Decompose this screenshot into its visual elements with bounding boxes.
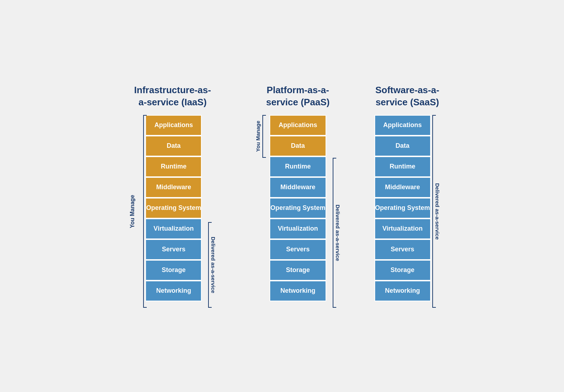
- saas-stack: Applications Data Runtime Middleware Ope…: [374, 115, 431, 308]
- paas-servers: Servers: [270, 239, 326, 260]
- paas-delivered-label: Delivered as-a-service: [335, 205, 341, 261]
- iaas-delivered-bracket: Delivered as-a-service: [202, 115, 221, 308]
- saas-column: Software-as-a-service (SaaS) Application…: [374, 84, 440, 308]
- paas-os: Operating System: [270, 198, 326, 218]
- paas-stack: Applications Data Runtime Middleware Ope…: [270, 115, 326, 308]
- iaas-you-manage-bracket-line: [143, 115, 144, 308]
- saas-networking: Networking: [374, 281, 431, 301]
- iaas-storage: Storage: [145, 260, 202, 281]
- paas-middleware: Middleware: [270, 177, 326, 198]
- paas-title: Platform-as-a-service (PaaS): [266, 84, 330, 109]
- paas-runtime: Runtime: [270, 156, 326, 177]
- iaas-stack: Applications Data Runtime Middleware Ope…: [145, 115, 202, 308]
- iaas-you-manage-label: You Manage: [129, 115, 136, 308]
- paas-storage: Storage: [270, 260, 326, 281]
- paas-delivered-bracket: Delivered as-a-service: [326, 115, 346, 308]
- iaas-applications: Applications: [145, 115, 202, 136]
- saas-applications: Applications: [374, 115, 431, 136]
- saas-storage: Storage: [374, 260, 431, 281]
- iaas-data: Data: [145, 136, 202, 156]
- iaas-title: Infrastructure-as-a-service (IaaS): [134, 84, 211, 109]
- saas-delivered-bracket: Delivered as-a-service: [431, 115, 440, 308]
- paas-virtualization: Virtualization: [270, 218, 326, 239]
- saas-virtualization: Virtualization: [374, 218, 431, 239]
- iaas-column: Infrastructure-as-a-service (IaaS) You M…: [124, 84, 221, 308]
- saas-delivered-label: Delivered as-a-service: [434, 183, 440, 240]
- iaas-middleware: Middleware: [145, 177, 202, 198]
- saas-os: Operating System: [374, 198, 431, 218]
- saas-data: Data: [374, 136, 431, 156]
- saas-servers: Servers: [374, 239, 431, 260]
- iaas-servers: Servers: [145, 239, 202, 260]
- iaas-virtualization: Virtualization: [145, 218, 202, 239]
- paas-applications: Applications: [270, 115, 326, 136]
- iaas-delivered-label: Delivered as-a-service: [210, 237, 216, 293]
- paas-column: Platform-as-a-service (PaaS) You Manage: [250, 84, 346, 308]
- paas-you-manage-label: You Manage: [255, 121, 261, 152]
- saas-runtime: Runtime: [374, 156, 431, 177]
- iaas-os: Operating System: [145, 198, 202, 218]
- paas-networking: Networking: [270, 281, 326, 301]
- saas-middleware: Middleware: [374, 177, 431, 198]
- iaas-runtime: Runtime: [145, 156, 202, 177]
- paas-data: Data: [270, 136, 326, 156]
- paas-you-manage-bracket: You Manage: [250, 115, 270, 308]
- saas-title: Software-as-a-service (SaaS): [375, 84, 439, 109]
- diagram: Infrastructure-as-a-service (IaaS) You M…: [102, 70, 462, 322]
- iaas-networking: Networking: [145, 281, 202, 301]
